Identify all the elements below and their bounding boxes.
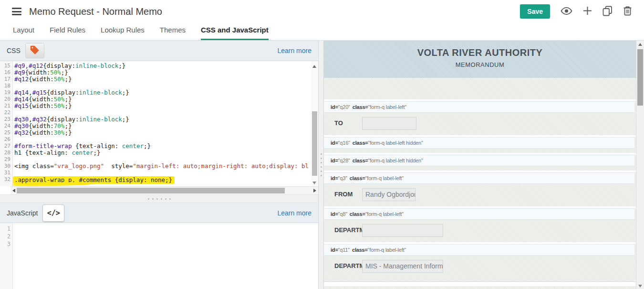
- css-code-line: 16#q9{width:50%;}: [0, 69, 318, 76]
- css-code-line: 32.approval-wrap p, #comments {display: …: [0, 176, 318, 184]
- scroll-down-arrow-icon[interactable]: [312, 182, 316, 184]
- field-input[interactable]: [362, 117, 416, 130]
- field-input[interactable]: Randy Ogbordjor: [362, 188, 415, 201]
- preview-scrollbar[interactable]: [636, 41, 644, 289]
- tab-label: Layout: [13, 26, 34, 34]
- form-header-band: VOLTA RIVER AUTHORITY MEMORANDUM: [324, 41, 636, 78]
- top-actions: Save: [520, 4, 632, 19]
- css-code-line: 19#q14,#q15{display:inline-block;}: [0, 89, 318, 96]
- css-code-line: 26: [0, 136, 318, 143]
- copy-icon: [602, 6, 613, 18]
- scroll-up-arrow-icon[interactable]: [638, 43, 642, 46]
- css-code-line: 15#q9,#q12{display:inline-block;}: [0, 63, 318, 69]
- css-horizontal-scrollbar[interactable]: [10, 186, 318, 194]
- css-code-line: 28h1 {text-align: center;}: [0, 150, 318, 156]
- scroll-right-arrow-icon[interactable]: [313, 189, 316, 193]
- field-row: DEPARTMENTMIS - Management Inform: [324, 256, 636, 278]
- js-line-number: 2: [0, 233, 13, 240]
- form-section: id="q8"class="form-q label-left"DEPARTME…: [324, 206, 636, 242]
- form-section: id="q3"class="form-q label-left"FROMRand…: [324, 170, 636, 206]
- tab-lookup-rules[interactable]: Lookup Rules: [101, 26, 145, 40]
- tab-field-rules[interactable]: Field Rules: [50, 26, 85, 40]
- js-code-editor[interactable]: 123: [0, 223, 318, 289]
- field-label: FROM: [334, 191, 353, 198]
- preview-scroll-thumb[interactable]: [637, 49, 643, 106]
- horizontal-resize-handle[interactable]: [0, 194, 318, 203]
- js-line-number: 1: [0, 225, 13, 233]
- annotation-bar: id="q3"class="form-q label-left": [324, 172, 634, 184]
- css-code-line: 27#form-title-wrap {text-align: center;}: [0, 143, 318, 150]
- form-section: id="q20"class="form-q label-left"TO: [324, 99, 636, 135]
- field-row: TO: [324, 113, 636, 135]
- tab-label: Field Rules: [50, 26, 85, 34]
- field-row: DEPARTMENT: [324, 220, 636, 242]
- delete-button[interactable]: [623, 6, 632, 17]
- css-code-line: 29: [0, 156, 318, 163]
- tab-label: Themes: [160, 26, 186, 34]
- form-section: id="q16"class="form-q label-left hidden": [324, 135, 636, 149]
- css-code-line: 18: [0, 83, 318, 89]
- field-row: FROMRandy Ogbordjor: [324, 184, 636, 206]
- css-code-editor[interactable]: 15#q9,#q12{display:inline-block;}16#q9{w…: [0, 61, 318, 194]
- field-label: TO: [334, 119, 343, 127]
- field-input[interactable]: MIS - Management Inform: [362, 260, 443, 273]
- page-title: Memo Request - Normal Memo: [29, 6, 162, 17]
- css-code-line: 23#q30,#q32{display:inline-block;}: [0, 116, 318, 123]
- scroll-up-arrow-icon[interactable]: [312, 65, 316, 68]
- tab-bar: LayoutField RulesLookup RulesThemesCSS a…: [0, 23, 644, 41]
- annotation-bar: id="q16"class="form-q label-left hidden": [324, 137, 634, 149]
- top-bar: Memo Request - Normal Memo Save: [0, 0, 644, 23]
- css-vertical-scrollbar[interactable]: [311, 61, 318, 186]
- form-subtitle: MEMORANDUM: [324, 61, 636, 68]
- css-code-line: 31: [0, 170, 318, 176]
- js-line-numbers: 123: [0, 223, 318, 248]
- form-preview-panel: VOLTA RIVER AUTHORITY MEMORANDUM id="q20…: [323, 41, 644, 289]
- form-section: id="q11"class="form-q label-left"DEPARTM…: [324, 242, 636, 278]
- save-button[interactable]: Save: [520, 4, 550, 19]
- vertical-resize-handle[interactable]: [319, 41, 323, 289]
- code-panel: CSS Learn more 15#q9,#q12{display:inline…: [0, 41, 319, 289]
- tab-css-and-javascript[interactable]: CSS and JavaScript: [201, 26, 269, 40]
- css-code-line: 25#q32{width:30%;}: [0, 129, 318, 136]
- css-code-line: 21#q15{width:50%;}: [0, 103, 318, 109]
- next-section-partial: [324, 281, 636, 286]
- js-header: JavaScript </> Learn more: [0, 203, 318, 223]
- code-icon: </>: [47, 209, 60, 217]
- css-code-line: 24#q30{width:70%;}: [0, 123, 318, 129]
- field-input[interactable]: [362, 224, 443, 237]
- css-learn-more-link[interactable]: Learn more: [277, 47, 312, 54]
- workspace: CSS Learn more 15#q9,#q12{display:inline…: [0, 41, 644, 289]
- form-sections: id="q20"class="form-q label-left"TOid="q…: [324, 99, 636, 278]
- js-line-number: 3: [0, 240, 13, 248]
- css-code-line: 20#q14{width:50%;}: [0, 96, 318, 103]
- css-code-line: 22: [0, 109, 318, 116]
- annotation-bar: id="q11"class="form-q label-left": [324, 244, 634, 256]
- css-vscroll-thumb[interactable]: [312, 111, 317, 176]
- copy-button[interactable]: [602, 6, 613, 18]
- js-snippets-button[interactable]: </>: [42, 204, 64, 222]
- preview-button[interactable]: [561, 7, 572, 17]
- tab-layout[interactable]: Layout: [13, 26, 34, 40]
- eye-icon: [561, 7, 572, 17]
- trash-icon: [623, 6, 632, 17]
- css-hscroll-thumb[interactable]: [17, 188, 285, 193]
- tab-label: CSS and JavaScript: [201, 26, 269, 34]
- scroll-down-arrow-icon[interactable]: [638, 285, 642, 288]
- tab-label: Lookup Rules: [101, 26, 145, 34]
- scroll-left-arrow-icon[interactable]: [12, 189, 15, 193]
- annotation-bar: id="q8"class="form-q label-left": [324, 208, 634, 220]
- css-label: CSS: [7, 47, 21, 54]
- js-label: JavaScript: [7, 209, 38, 217]
- tab-themes[interactable]: Themes: [160, 26, 186, 40]
- form-title: VOLTA RIVER AUTHORITY: [324, 47, 636, 58]
- add-button[interactable]: [583, 6, 592, 17]
- css-code-line: 30<img class="vra_logo.png" style="margi…: [0, 163, 318, 170]
- plus-icon: [583, 6, 592, 17]
- css-code-lines: 15#q9,#q12{display:inline-block;}16#q9{w…: [0, 61, 318, 184]
- form-section: id="q28"class="form-q label-left hidden": [324, 152, 636, 166]
- annotation-bar: id="q20"class="form-q label-left": [324, 101, 634, 113]
- tag-icon: [30, 45, 40, 56]
- css-theme-button[interactable]: [25, 43, 44, 58]
- js-learn-more-link[interactable]: Learn more: [277, 209, 312, 217]
- menu-icon[interactable]: [12, 8, 21, 15]
